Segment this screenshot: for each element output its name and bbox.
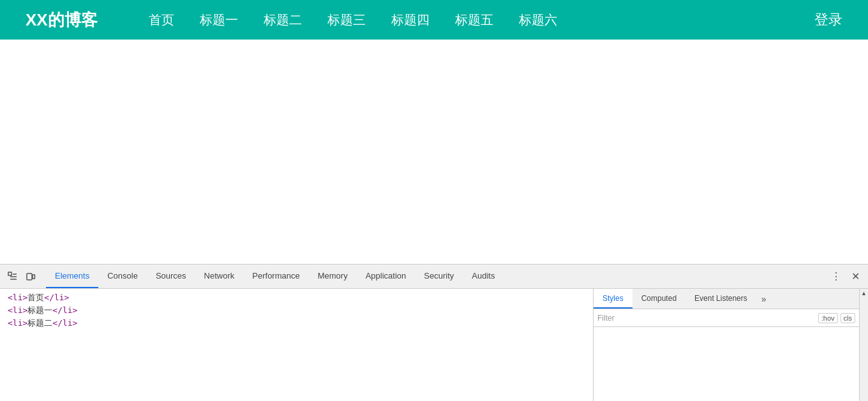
styles-tabs: Styles Computed Event Listeners » <box>594 289 859 309</box>
dom-line-3: <li>标题二</li> <box>5 317 588 330</box>
login-button[interactable]: 登录 <box>814 10 842 29</box>
webpage-area: XX的博客 首页 标题一 标题二 标题三 标题四 标题五 标题六 登录 <box>0 0 868 264</box>
tab-sources[interactable]: Sources <box>147 265 195 288</box>
filter-options: :hov cls <box>818 313 855 323</box>
nav-link-4[interactable]: 标题四 <box>391 11 430 29</box>
devtools-panel: Elements Console Sources Network Perform… <box>0 264 868 401</box>
nav-link-6[interactable]: 标题六 <box>519 11 557 29</box>
more-options-icon[interactable]: ⋮ <box>828 269 844 284</box>
style-tab-computed[interactable]: Computed <box>632 289 685 309</box>
tab-audits[interactable]: Audits <box>463 265 504 288</box>
filter-cls-option[interactable]: cls <box>841 313 855 323</box>
tab-elements[interactable]: Elements <box>46 265 98 288</box>
dom-line-2: <li>标题一</li> <box>5 304 588 317</box>
styles-tab-more-icon[interactable]: » <box>756 289 772 309</box>
filter-bar: :hov cls <box>594 309 859 327</box>
nav-link-home[interactable]: 首页 <box>149 11 174 29</box>
devtools-toolbar: Elements Console Sources Network Perform… <box>0 265 868 289</box>
filter-hov-option[interactable]: :hov <box>818 313 838 323</box>
tab-application[interactable]: Application <box>357 265 415 288</box>
svg-rect-5 <box>33 275 35 279</box>
styles-panel: Styles Computed Event Listeners » :hov c… <box>594 289 859 401</box>
brand-title: XX的博客 <box>26 9 98 31</box>
nav-link-3[interactable]: 标题三 <box>327 11 366 29</box>
device-toolbar-icon[interactable] <box>23 269 38 284</box>
style-tab-styles[interactable]: Styles <box>594 289 632 309</box>
dom-panel: <li>首页</li> <li>标题一</li> <li>标题二</li> <box>0 289 594 401</box>
close-devtools-icon[interactable]: ✕ <box>848 269 863 284</box>
page-content <box>0 40 868 264</box>
tab-security[interactable]: Security <box>415 265 463 288</box>
tab-network[interactable]: Network <box>195 265 244 288</box>
tab-performance[interactable]: Performance <box>243 265 308 288</box>
svg-rect-0 <box>8 272 11 275</box>
styles-content <box>594 327 859 401</box>
scroll-up-arrow[interactable]: ▲ <box>860 289 869 298</box>
style-tab-event-listeners[interactable]: Event Listeners <box>685 289 756 309</box>
nav-link-2[interactable]: 标题二 <box>264 11 302 29</box>
browser-window: XX的博客 首页 标题一 标题二 标题三 标题四 标题五 标题六 登录 <box>0 0 868 401</box>
inspect-element-icon[interactable] <box>5 269 20 284</box>
devtools-left-icons <box>5 269 38 284</box>
filter-input[interactable] <box>597 314 818 323</box>
nav-link-1[interactable]: 标题一 <box>200 11 238 29</box>
devtools-tabs: Elements Console Sources Network Perform… <box>46 265 504 288</box>
scroll-arrow-panel: ▲ <box>859 289 868 401</box>
tab-memory[interactable]: Memory <box>309 265 357 288</box>
dom-line-1: <li>首页</li> <box>5 291 588 304</box>
devtools-main: <li>首页</li> <li>标题一</li> <li>标题二</li> St… <box>0 289 868 401</box>
devtools-toolbar-right: ⋮ ✕ <box>828 269 863 284</box>
svg-rect-4 <box>27 273 32 280</box>
nav-link-5[interactable]: 标题五 <box>455 11 493 29</box>
nav-links: 首页 标题一 标题二 标题三 标题四 标题五 标题六 <box>149 11 814 29</box>
navbar: XX的博客 首页 标题一 标题二 标题三 标题四 标题五 标题六 登录 <box>0 0 868 40</box>
tab-console[interactable]: Console <box>98 265 147 288</box>
